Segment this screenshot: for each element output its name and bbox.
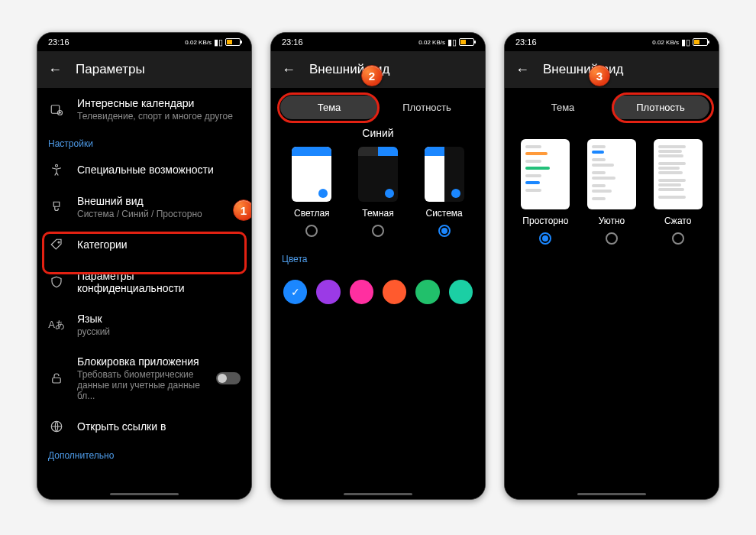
row-title: Категории — [77, 238, 241, 251]
row-title: Открыть ссылки в — [77, 420, 241, 433]
battery-icon — [225, 38, 241, 46]
accessibility-icon — [48, 163, 65, 177]
density-label: Сжато — [664, 216, 691, 226]
row-title: Блокировка приложения — [77, 355, 204, 368]
tab-theme[interactable]: Тема — [514, 96, 612, 119]
row-title: Интересные календари — [77, 97, 241, 109]
battery-icon — [459, 38, 474, 46]
header-title: Параметры — [76, 62, 145, 77]
row-sub: Требовать биометрические данные или учет… — [77, 369, 204, 401]
row-sub: Система / Синий / Просторно — [77, 209, 241, 219]
svg-point-5 — [58, 242, 60, 243]
radio-light[interactable] — [305, 225, 318, 237]
lock-icon — [48, 371, 65, 385]
row-categories[interactable]: Категории — [37, 229, 251, 261]
section-settings: Настройки — [37, 131, 251, 154]
status-net: 0.02 KB/s — [185, 39, 212, 46]
density-option-spacious[interactable]: Просторно — [521, 139, 570, 245]
swatch-blue[interactable]: ✓ — [283, 280, 307, 304]
row-title: Параметры конфиденциальности — [77, 270, 241, 294]
back-icon[interactable]: ← — [282, 62, 296, 78]
density-option-cozy[interactable]: Уютно — [587, 139, 636, 245]
appearance-density-content: Тема Плотность Просторно — [505, 88, 719, 499]
theme-options: Светлая Темная Система — [271, 147, 485, 237]
row-open-links[interactable]: Открыть ссылки в — [37, 410, 251, 443]
row-language[interactable]: Aあ Язык русский — [37, 303, 251, 346]
row-interesting-calendars[interactable]: Интересные календари Телевидение, спорт … — [37, 88, 251, 131]
status-net: 0.02 KB/s — [418, 39, 445, 46]
swatch-green[interactable] — [415, 280, 439, 304]
row-sub: Телевидение, спорт и многое другое — [77, 111, 241, 122]
radio-compact[interactable] — [672, 232, 684, 245]
row-title: Внешний вид — [77, 195, 241, 207]
signal-icon: ▮▯ — [447, 37, 457, 47]
shield-icon — [48, 275, 65, 289]
density-option-compact[interactable]: Сжато — [654, 139, 703, 245]
settings-list[interactable]: Интересные календари Телевидение, спорт … — [37, 88, 251, 499]
step-badge-3: 3 — [589, 65, 610, 86]
tab-density[interactable]: Плотность — [378, 96, 476, 119]
color-swatches: ✓ — [271, 269, 485, 315]
battery-icon — [693, 38, 708, 46]
status-net: 0.02 KB/s — [652, 39, 679, 46]
tab-density[interactable]: Плотность — [612, 96, 709, 119]
home-indicator[interactable] — [344, 493, 412, 495]
appearance-theme-content: Тема Плотность Синий Светлая Темная Сист… — [271, 88, 485, 499]
language-icon: Aあ — [48, 318, 65, 332]
row-privacy[interactable]: Параметры конфиденциальности — [37, 261, 251, 303]
status-right: 0.02 KB/s ▮▯ — [652, 37, 708, 47]
back-icon[interactable]: ← — [48, 62, 62, 78]
app-lock-toggle[interactable] — [216, 372, 241, 384]
theme-label: Светлая — [294, 208, 330, 219]
header-title: Внешний вид — [543, 62, 623, 77]
theme-option-light[interactable]: Светлая — [292, 147, 331, 237]
row-sub: русский — [77, 326, 241, 337]
status-right: 0.02 KB/s ▮▯ — [185, 37, 241, 47]
step-badge-2: 2 — [361, 65, 383, 86]
radio-system[interactable] — [438, 225, 451, 237]
phone-pane-2: 23:16 0.02 KB/s ▮▯ ← Внешний вид Тема Пл… — [270, 32, 486, 500]
status-bar: 23:16 0.02 KB/s ▮▯ — [505, 33, 719, 51]
density-options: Просторно Уютно — [505, 127, 719, 245]
tag-icon — [48, 238, 65, 251]
svg-point-4 — [56, 164, 58, 167]
density-card-cozy — [587, 139, 636, 209]
tabs: Тема Плотность — [514, 96, 709, 119]
tabs: Тема Плотность — [280, 96, 476, 119]
home-indicator[interactable] — [110, 493, 179, 495]
theme-label: Темная — [362, 208, 393, 219]
signal-icon: ▮▯ — [214, 37, 223, 47]
home-indicator[interactable] — [577, 493, 646, 495]
phone-pane-3: 23:16 0.02 KB/s ▮▯ ← Внешний вид Тема Пл… — [504, 32, 719, 500]
row-app-lock[interactable]: Блокировка приложения Требовать биометри… — [37, 346, 251, 410]
app-header: ← Внешний вид — [505, 51, 719, 88]
phone-pane-1: 23:16 0.02 KB/s ▮▯ ← Параметры Интересны… — [37, 32, 252, 500]
theme-option-dark[interactable]: Темная — [358, 147, 398, 237]
row-appearance[interactable]: Внешний вид Система / Синий / Просторно — [37, 186, 251, 229]
step-badge-1: 1 — [233, 199, 252, 221]
paintbrush-icon — [48, 200, 65, 214]
status-right: 0.02 KB/s ▮▯ — [418, 37, 474, 47]
tab-theme[interactable]: Тема — [280, 96, 378, 119]
theme-option-system[interactable]: Система — [425, 147, 464, 237]
swatch-pink[interactable] — [350, 280, 373, 304]
theme-color-name: Синий — [271, 127, 485, 139]
radio-dark[interactable] — [372, 225, 384, 237]
radio-cozy[interactable] — [606, 232, 618, 245]
row-accessibility[interactable]: Специальные возможности — [37, 154, 251, 186]
swatch-orange[interactable] — [383, 280, 406, 304]
section-more: Дополнительно — [37, 443, 251, 465]
density-label: Просторно — [522, 216, 568, 226]
status-time: 23:16 — [48, 37, 69, 47]
density-label: Уютно — [599, 216, 625, 226]
radio-spacious[interactable] — [539, 232, 551, 245]
status-bar: 23:16 0.02 KB/s ▮▯ — [271, 33, 485, 51]
theme-label: Система — [425, 208, 462, 219]
density-card-spacious — [521, 139, 570, 209]
swatch-purple[interactable] — [316, 280, 340, 304]
row-title: Специальные возможности — [77, 164, 241, 176]
density-card-compact — [654, 139, 703, 209]
swatch-teal[interactable] — [449, 280, 473, 304]
back-icon[interactable]: ← — [515, 62, 529, 78]
globe-icon — [48, 420, 65, 433]
